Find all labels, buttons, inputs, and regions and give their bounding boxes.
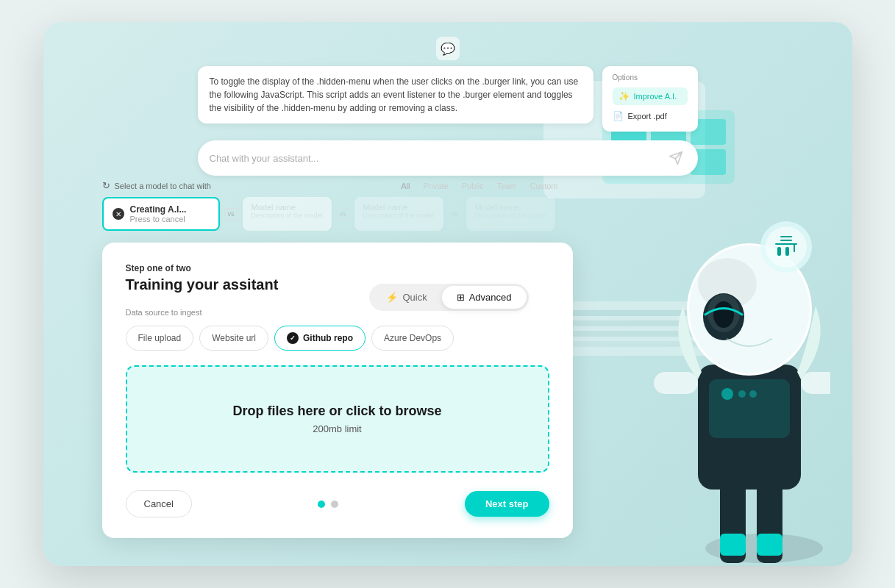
- model-select-label: ↻ Select a model to chat with All Privat…: [102, 180, 558, 191]
- check-icon: ✓: [287, 332, 299, 344]
- robot-illustration: [580, 196, 830, 566]
- custom-tab[interactable]: Custom: [530, 182, 558, 190]
- card-footer: Cancel Next step: [126, 490, 549, 517]
- private-tab[interactable]: Private: [423, 182, 448, 190]
- creating-model-desc: Press to cancel: [130, 215, 187, 223]
- pagination-dots: [318, 501, 338, 508]
- model-card-active[interactable]: ✕ Creating A.I... Press to cancel: [102, 197, 220, 231]
- lightning-icon: ⚡: [386, 292, 398, 303]
- svg-point-9: [749, 390, 757, 398]
- website-url-tab[interactable]: Website url: [199, 326, 268, 351]
- chat-message: To toggle the display of the .hidden-men…: [198, 66, 593, 123]
- mode-toggle: ⚡ Quick ⊞ Advanced: [369, 284, 528, 311]
- vs-badge-1: vs: [224, 197, 238, 231]
- model-card-3[interactable]: Model name Description of the model: [354, 197, 443, 231]
- options-panel: Options ✨ Improve A.I. 📄 Export .pdf: [602, 66, 698, 132]
- svg-rect-11: [801, 372, 830, 394]
- svg-rect-22: [780, 240, 792, 241]
- svg-rect-26: [794, 243, 795, 252]
- chat-input[interactable]: Chat with your assistant...: [210, 153, 319, 164]
- svg-point-8: [738, 390, 746, 398]
- svg-point-20: [766, 226, 807, 268]
- improve-ai-button[interactable]: ✨ Improve A.I.: [613, 87, 688, 105]
- file-upload-tab[interactable]: File upload: [126, 326, 194, 351]
- pdf-icon: 📄: [613, 111, 624, 121]
- dot-2: [331, 501, 338, 508]
- screen-wrapper: ⚙ ⚙: [43, 22, 852, 566]
- drop-zone-title: Drop files here or click to browse: [142, 404, 533, 419]
- public-tab[interactable]: Public: [462, 182, 484, 190]
- model-select-area: ↻ Select a model to chat with All Privat…: [102, 180, 558, 231]
- send-button[interactable]: [666, 148, 686, 168]
- drop-zone[interactable]: Drop files here or click to browse 200mb…: [126, 365, 549, 473]
- source-tabs: File upload Website url ✓ Github repo Az…: [126, 326, 549, 351]
- chat-input-bar: Chat with your assistant...: [198, 140, 698, 176]
- azure-devops-tab[interactable]: Azure DevOps: [371, 326, 454, 351]
- step-info: Step one of two: [126, 263, 549, 273]
- cancel-creating-button[interactable]: ✕: [113, 208, 124, 220]
- wizard-card: Step one of two Training your assitant ⚡…: [102, 243, 573, 538]
- svg-point-18: [713, 301, 734, 328]
- creating-model-name: Creating A.I...: [130, 204, 187, 215]
- vs-badge-2: vs: [336, 197, 350, 231]
- advanced-mode-button[interactable]: ⊞ Advanced: [442, 286, 527, 309]
- model-list: ✕ Creating A.I... Press to cancel vs Mod…: [102, 197, 558, 231]
- svg-rect-24: [777, 247, 781, 256]
- drop-zone-subtitle: 200mb limit: [142, 423, 533, 434]
- export-pdf-button[interactable]: 📄 Export .pdf: [613, 108, 688, 124]
- all-tab[interactable]: All: [401, 182, 410, 190]
- svg-point-7: [721, 388, 733, 400]
- team-tab[interactable]: Team: [497, 182, 517, 190]
- svg-rect-4: [757, 534, 782, 556]
- github-repo-tab[interactable]: ✓ Github repo: [274, 326, 366, 351]
- chat-icon-top: 💬: [198, 37, 698, 60]
- model-card-4[interactable]: Model name Description of the model: [466, 197, 555, 231]
- wand-icon: ✨: [618, 91, 630, 101]
- grid-icon: ⊞: [457, 292, 465, 303]
- cancel-button[interactable]: Cancel: [126, 490, 192, 517]
- svg-rect-21: [780, 236, 792, 237]
- chat-area: 💬 To toggle the display of the .hidden-m…: [198, 37, 698, 176]
- svg-rect-6: [709, 379, 790, 438]
- svg-rect-10: [654, 372, 698, 394]
- svg-rect-3: [720, 534, 746, 556]
- quick-mode-button[interactable]: ⚡ Quick: [371, 286, 441, 309]
- chat-bubble-row: To toggle the display of the .hidden-men…: [198, 66, 698, 132]
- dot-1: [318, 501, 325, 508]
- vs-badge-3: vs: [448, 197, 462, 231]
- model-card-2[interactable]: Model name Description of the model: [243, 197, 332, 231]
- svg-rect-25: [785, 247, 789, 256]
- options-title: Options: [613, 74, 688, 82]
- next-step-button[interactable]: Next step: [465, 491, 549, 517]
- sync-icon: ↻: [102, 180, 110, 191]
